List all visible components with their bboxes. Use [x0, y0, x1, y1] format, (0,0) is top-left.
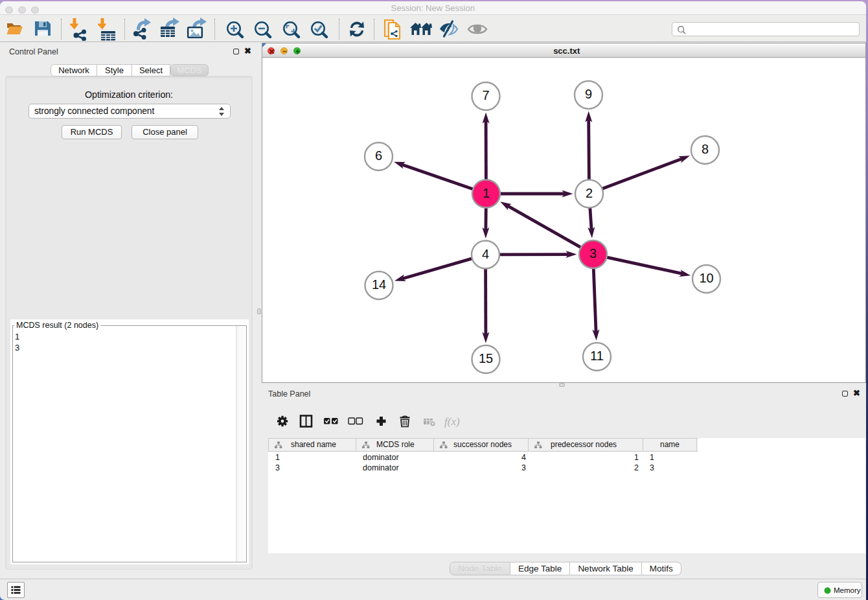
svg-text:3: 3: [589, 246, 597, 260]
svg-text:7: 7: [482, 88, 489, 102]
svg-text:10: 10: [699, 271, 713, 285]
svg-text:8: 8: [702, 142, 709, 156]
svg-text:4: 4: [482, 247, 489, 261]
svg-text:f(x): f(x): [444, 415, 460, 428]
svg-text:9: 9: [585, 87, 592, 101]
svg-text:6: 6: [375, 148, 382, 163]
svg-text:11: 11: [590, 349, 604, 363]
svg-text:2: 2: [586, 186, 593, 200]
svg-text:14: 14: [372, 277, 386, 292]
svg-text:1: 1: [483, 186, 490, 200]
svg-text:15: 15: [479, 351, 493, 365]
